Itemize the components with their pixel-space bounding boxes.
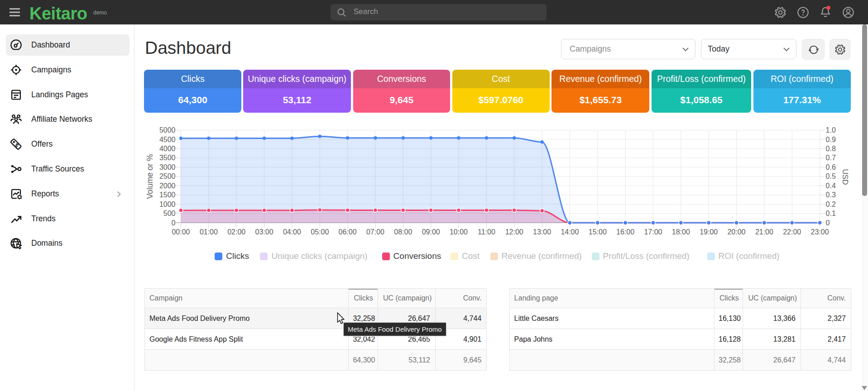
svg-text:USD: USD	[841, 169, 849, 185]
svg-text:09:00: 09:00	[422, 228, 440, 236]
svg-text:0: 0	[826, 219, 830, 227]
svg-text:14:00: 14:00	[561, 228, 579, 236]
svg-text:10:00: 10:00	[450, 228, 468, 236]
svg-text:12:00: 12:00	[505, 228, 523, 236]
svg-text:11:00: 11:00	[478, 228, 495, 236]
svg-text:Volume or %: Volume or %	[145, 154, 154, 199]
svg-text:21:00: 21:00	[755, 228, 773, 236]
svg-text:500: 500	[163, 210, 176, 217]
svg-text:0.9: 0.9	[826, 136, 836, 143]
svg-text:23:00: 23:00	[811, 228, 829, 236]
svg-text:0.5: 0.5	[826, 172, 836, 180]
svg-text:03:00: 03:00	[255, 228, 273, 236]
svg-text:20:00: 20:00	[727, 228, 745, 236]
svg-text:15:00: 15:00	[589, 228, 607, 236]
svg-text:17:00: 17:00	[644, 228, 662, 236]
svg-text:5000: 5000	[159, 126, 176, 134]
svg-text:16:00: 16:00	[616, 228, 634, 236]
svg-text:00:00: 00:00	[172, 228, 190, 236]
svg-text:01:00: 01:00	[200, 228, 218, 236]
svg-text:1500: 1500	[159, 191, 176, 199]
svg-text:2000: 2000	[159, 182, 176, 190]
svg-text:22:00: 22:00	[783, 228, 801, 236]
svg-text:0.2: 0.2	[826, 200, 836, 208]
svg-text:05:00: 05:00	[311, 228, 329, 236]
svg-text:0.8: 0.8	[826, 145, 836, 153]
svg-text:0.4: 0.4	[826, 182, 836, 190]
svg-text:19:00: 19:00	[700, 228, 718, 236]
svg-text:3000: 3000	[159, 163, 176, 171]
svg-text:08:00: 08:00	[394, 228, 412, 236]
svg-text:3500: 3500	[159, 154, 176, 162]
svg-text:1000: 1000	[159, 200, 176, 208]
svg-text:13:00: 13:00	[533, 228, 551, 236]
svg-text:07:00: 07:00	[366, 228, 384, 236]
svg-text:0.3: 0.3	[826, 191, 836, 199]
svg-text:1.0: 1.0	[826, 126, 836, 134]
svg-text:4500: 4500	[159, 136, 176, 143]
svg-text:04:00: 04:00	[283, 228, 301, 236]
svg-text:0: 0	[172, 219, 176, 227]
svg-text:4000: 4000	[159, 145, 176, 153]
svg-text:0.1: 0.1	[826, 210, 836, 217]
svg-text:18:00: 18:00	[672, 228, 690, 236]
svg-text:0.7: 0.7	[826, 154, 836, 162]
svg-text:2500: 2500	[159, 172, 176, 180]
svg-text:02:00: 02:00	[227, 228, 245, 236]
svg-text:06:00: 06:00	[339, 228, 357, 236]
svg-text:0.6: 0.6	[826, 163, 836, 171]
